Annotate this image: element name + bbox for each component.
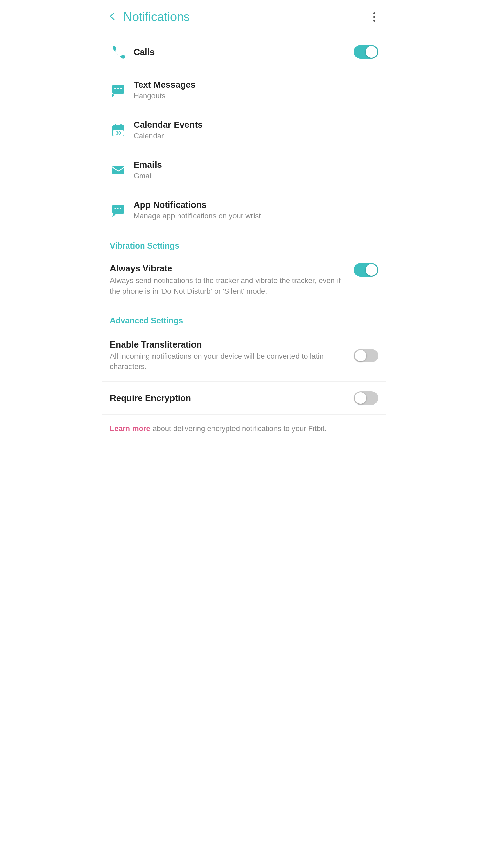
- svg-rect-14: [117, 208, 119, 209]
- calls-item[interactable]: Calls: [102, 34, 386, 70]
- calls-toggle[interactable]: [354, 45, 378, 59]
- app-notifications-item[interactable]: App Notifications Manage app notificatio…: [102, 190, 386, 230]
- emails-item[interactable]: Emails Gmail: [102, 150, 386, 190]
- email-icon: [110, 162, 127, 179]
- svg-rect-9: [115, 124, 116, 127]
- text-messages-subtitle: Hangouts: [134, 92, 196, 100]
- encryption-toggle[interactable]: [354, 391, 378, 405]
- learn-more-section: Learn more about delivering encrypted no…: [102, 415, 386, 442]
- app-notifications-title: App Notifications: [134, 200, 261, 210]
- advanced-section-header: Advanced Settings: [102, 305, 386, 330]
- transliteration-title: Enable Transliteration: [110, 339, 346, 350]
- transliteration-toggle[interactable]: [354, 349, 378, 362]
- always-vibrate-desc: Always send notifications to the tracker…: [110, 276, 346, 297]
- transliteration-desc: All incoming notifications on your devic…: [110, 351, 346, 372]
- always-vibrate-title: Always Vibrate: [110, 263, 346, 274]
- phone-icon: [110, 43, 127, 60]
- svg-rect-15: [120, 208, 121, 209]
- text-messages-title: Text Messages: [134, 80, 196, 90]
- notification-list: Calls Text Messages Hangouts: [102, 34, 386, 230]
- more-menu-button[interactable]: [371, 9, 378, 24]
- header-left: Notifications: [107, 10, 190, 24]
- always-vibrate-item: Always Vibrate Always send notifications…: [102, 255, 386, 305]
- calendar-events-title: Calendar Events: [134, 120, 203, 130]
- emails-subtitle: Gmail: [134, 172, 162, 180]
- chat-icon: [110, 82, 127, 99]
- encryption-item: Require Encryption: [102, 382, 386, 415]
- calls-title: Calls: [134, 47, 155, 57]
- always-vibrate-toggle[interactable]: [354, 263, 378, 277]
- learn-more-text: about delivering encrypted notifications…: [150, 424, 327, 433]
- more-dot-3: [373, 20, 375, 22]
- learn-more-link[interactable]: Learn more: [110, 424, 150, 433]
- text-messages-item[interactable]: Text Messages Hangouts: [102, 70, 386, 110]
- app-notifications-subtitle: Manage app notifications on your wrist: [134, 212, 261, 220]
- svg-rect-10: [120, 124, 122, 127]
- emails-title: Emails: [134, 160, 162, 170]
- page-title: Notifications: [123, 10, 190, 24]
- calendar-events-subtitle: Calendar: [134, 132, 203, 140]
- svg-text:30: 30: [116, 130, 121, 136]
- app-notifications-icon: [110, 202, 127, 219]
- vibration-section-header: Vibration Settings: [102, 230, 386, 255]
- svg-rect-11: [112, 166, 124, 174]
- svg-rect-13: [114, 208, 116, 209]
- svg-rect-3: [120, 88, 122, 89]
- svg-rect-6: [112, 127, 124, 130]
- svg-rect-12: [112, 205, 124, 214]
- calendar-icon: 30: [110, 122, 127, 139]
- svg-rect-1: [114, 88, 116, 89]
- svg-rect-2: [117, 88, 119, 89]
- encryption-title: Require Encryption: [110, 393, 346, 403]
- transliteration-item: Enable Transliteration All incoming noti…: [102, 330, 386, 382]
- more-dot-1: [373, 12, 375, 14]
- back-button[interactable]: [107, 11, 118, 23]
- header: Notifications: [102, 0, 386, 34]
- more-dot-2: [373, 16, 375, 18]
- calendar-events-item[interactable]: 30 Calendar Events Calendar: [102, 110, 386, 150]
